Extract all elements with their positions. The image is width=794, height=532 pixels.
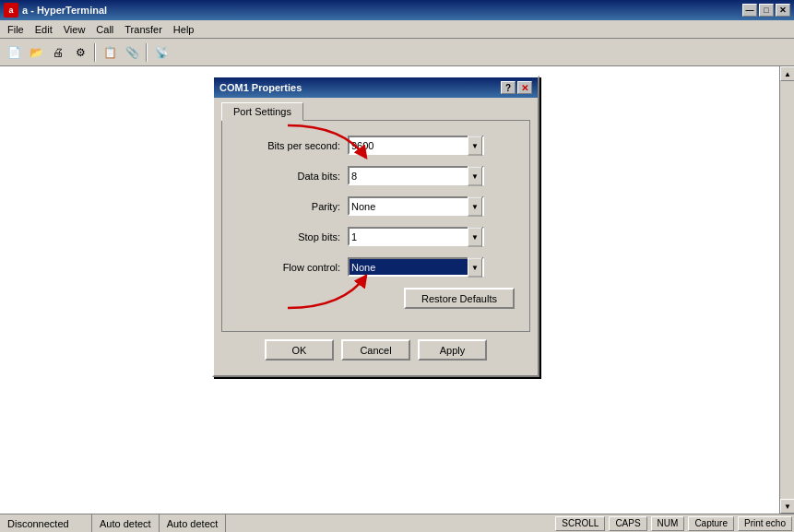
scroll-up-button[interactable]: ▲ xyxy=(780,66,794,81)
bits-per-second-row: Bits per second: 9600 xyxy=(237,136,515,155)
toolbar-open[interactable]: 📂 xyxy=(26,42,46,63)
scroll-down-button[interactable]: ▼ xyxy=(780,499,794,514)
close-button[interactable]: ✕ xyxy=(776,4,790,17)
flow-control-wrapper: None xyxy=(348,257,484,277)
dialog-help-button[interactable]: ? xyxy=(501,81,516,94)
caps-badge: CAPS xyxy=(609,516,646,531)
parity-label: Parity: xyxy=(237,201,348,212)
app-title: a - HyperTerminal xyxy=(22,5,742,16)
toolbar-properties[interactable]: ⚙ xyxy=(70,42,90,63)
print-echo-badge: Print echo xyxy=(738,516,792,531)
main-area: ▲ ▼ COM1 Properties ? ✕ Port Settings xyxy=(0,66,794,514)
tab-content: Bits per second: 9600 Data bits: 8 xyxy=(221,120,530,332)
bits-per-second-select[interactable]: 9600 xyxy=(348,136,484,155)
data-bits-label: Data bits: xyxy=(237,171,348,182)
dialog-close-button[interactable]: ✕ xyxy=(517,81,532,94)
tab-control: Port Settings xyxy=(214,98,538,332)
dialog-title-bar: COM1 Properties ? ✕ xyxy=(214,77,538,98)
toolbar: 📄 📂 🖨 ⚙ 📋 📎 📡 xyxy=(0,39,794,66)
toolbar-connect[interactable]: 📡 xyxy=(151,42,172,63)
scroll-badge: SCROLL xyxy=(555,516,605,531)
scrollbar[interactable]: ▲ ▼ xyxy=(779,66,794,514)
dialog-title: COM1 Properties xyxy=(219,82,501,93)
stop-bits-select[interactable]: 1 xyxy=(348,227,484,246)
toolbar-copy[interactable]: 📋 xyxy=(100,42,120,63)
flow-control-row: Flow control: None xyxy=(237,257,515,277)
status-bar: Disconnected Auto detect Auto detect SCR… xyxy=(0,514,794,532)
apply-button[interactable]: Apply xyxy=(418,339,487,361)
menu-view[interactable]: View xyxy=(58,22,91,37)
dialog-buttons: OK Cancel Apply xyxy=(214,332,538,375)
bits-per-second-label: Bits per second: xyxy=(237,140,348,151)
data-bits-wrapper: 8 xyxy=(348,166,484,185)
toolbar-separator-1 xyxy=(94,43,96,62)
data-bits-row: Data bits: 8 xyxy=(237,166,515,185)
parity-row: Parity: None xyxy=(237,196,515,216)
parity-select[interactable]: None xyxy=(348,196,484,216)
toolbar-new[interactable]: 📄 xyxy=(4,42,24,63)
cancel-button[interactable]: Cancel xyxy=(341,339,410,361)
toolbar-print[interactable]: 🖨 xyxy=(48,42,68,63)
flow-control-select[interactable]: None xyxy=(348,257,484,277)
tab-header: Port Settings xyxy=(221,101,530,120)
menu-call[interactable]: Call xyxy=(90,22,119,37)
restore-defaults-button[interactable]: Restore Defaults xyxy=(404,288,515,309)
num-badge: NUM xyxy=(651,516,685,531)
title-bar-buttons: — □ ✕ xyxy=(742,4,790,17)
app-icon: a xyxy=(4,3,18,18)
status-connection: Disconnected xyxy=(0,514,92,532)
capture-badge: Capture xyxy=(688,516,734,531)
menu-bar: File Edit View Call Transfer Help xyxy=(0,20,794,39)
toolbar-separator-2 xyxy=(146,43,148,62)
menu-help[interactable]: Help xyxy=(168,22,200,37)
status-detect-2: Auto detect xyxy=(160,514,227,532)
dialog-title-buttons: ? ✕ xyxy=(501,81,532,94)
stop-bits-wrapper: 1 xyxy=(348,227,484,246)
data-bits-select[interactable]: 8 xyxy=(348,166,484,185)
restore-row: Restore Defaults xyxy=(237,288,515,309)
parity-wrapper: None xyxy=(348,196,484,216)
flow-control-label: Flow control: xyxy=(237,262,348,273)
stop-bits-label: Stop bits: xyxy=(237,231,348,242)
bits-per-second-wrapper: 9600 xyxy=(348,136,484,155)
maximize-button[interactable]: □ xyxy=(759,4,774,17)
com1-properties-dialog: COM1 Properties ? ✕ Port Settings xyxy=(212,76,539,377)
minimize-button[interactable]: — xyxy=(742,4,757,17)
ok-button[interactable]: OK xyxy=(265,339,334,361)
status-detect-1: Auto detect xyxy=(92,514,160,532)
menu-transfer[interactable]: Transfer xyxy=(119,22,168,37)
menu-edit[interactable]: Edit xyxy=(30,22,58,37)
title-bar: a a - HyperTerminal — □ ✕ xyxy=(0,0,794,20)
stop-bits-row: Stop bits: 1 xyxy=(237,227,515,246)
toolbar-paste[interactable]: 📎 xyxy=(122,42,142,63)
tab-port-settings[interactable]: Port Settings xyxy=(221,102,303,121)
menu-file[interactable]: File xyxy=(2,22,30,37)
